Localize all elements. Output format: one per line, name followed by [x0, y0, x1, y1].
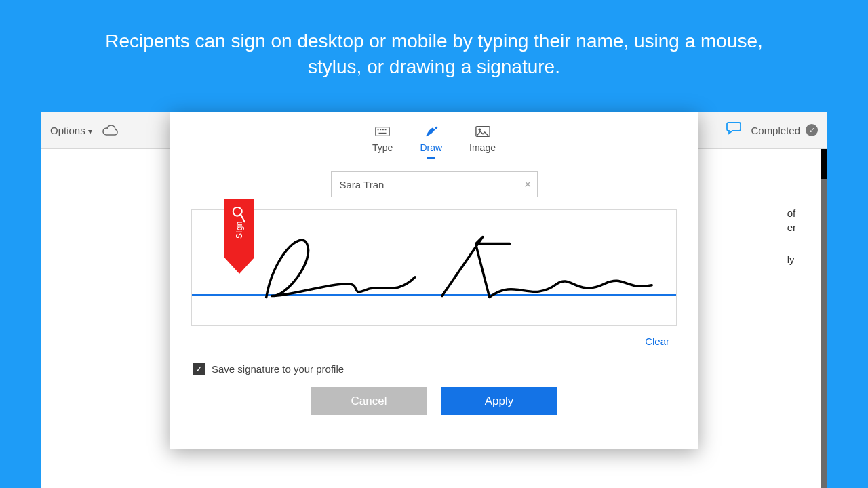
cloud-icon	[102, 124, 119, 136]
check-icon: ✓	[806, 124, 818, 136]
tab-draw[interactable]: Draw	[420, 125, 442, 159]
signature-modal: Type Draw Image × Sign Clear	[170, 112, 698, 449]
status-completed: Completed ✓	[751, 124, 818, 136]
save-label: Save signature to your profile	[212, 363, 344, 375]
tab-image[interactable]: Image	[469, 125, 496, 159]
pen-icon	[424, 125, 439, 138]
tab-type-label: Type	[372, 142, 393, 153]
clear-name-icon[interactable]: ×	[524, 178, 532, 192]
image-icon	[475, 125, 490, 138]
cancel-button[interactable]: Cancel	[311, 387, 427, 415]
comment-icon[interactable]	[726, 121, 741, 139]
signature-tabs: Type Draw Image	[170, 112, 698, 159]
options-label: Options	[50, 125, 85, 136]
signature-stroke	[192, 210, 676, 325]
caret-down-icon	[88, 125, 92, 136]
clear-signature[interactable]: Clear	[645, 336, 669, 347]
apply-button[interactable]: Apply	[441, 387, 557, 415]
svg-rect-3	[382, 129, 384, 130]
svg-point-8	[478, 128, 481, 131]
keyboard-icon	[375, 125, 390, 138]
signature-canvas[interactable]: Sign Clear	[191, 209, 677, 326]
svg-rect-2	[380, 129, 382, 130]
svg-rect-1	[378, 129, 379, 130]
tab-image-label: Image	[469, 142, 496, 153]
completed-label: Completed	[751, 125, 800, 136]
name-field-wrapper: ×	[331, 171, 538, 197]
bg-text: of er ly	[787, 206, 796, 266]
save-checkbox[interactable]: ✓	[193, 363, 205, 375]
tab-type[interactable]: Type	[372, 125, 393, 159]
svg-point-6	[435, 127, 437, 129]
svg-rect-4	[385, 129, 387, 130]
slide-caption: Recipents can sign on desktop or mobile …	[0, 0, 868, 99]
tab-draw-label: Draw	[420, 142, 442, 153]
svg-rect-0	[376, 127, 389, 136]
name-input[interactable]	[332, 172, 537, 197]
options-menu[interactable]: Options	[50, 125, 92, 136]
svg-rect-5	[379, 133, 387, 134]
